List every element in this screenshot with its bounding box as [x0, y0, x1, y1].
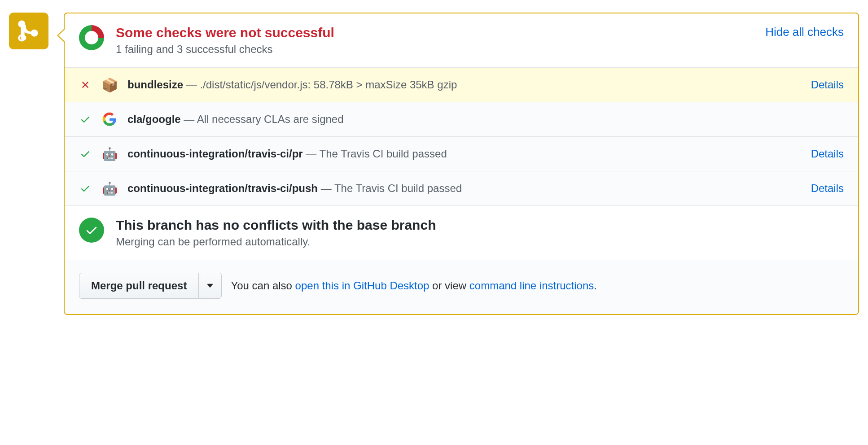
check-details-link[interactable]: Details: [811, 79, 844, 91]
check-icon: [79, 114, 92, 125]
conflicts-title: This branch has no conflicts with the ba…: [116, 218, 844, 233]
conflicts-section: This branch has no conflicts with the ba…: [65, 206, 858, 260]
check-text: continuous-integration/travis-ci/pr — Th…: [127, 148, 801, 160]
success-circle-icon: [79, 218, 104, 243]
check-icon: [79, 148, 92, 159]
package-icon: 📦: [101, 77, 118, 93]
check-name: continuous-integration/travis-ci/pr: [127, 148, 303, 160]
google-icon: [101, 111, 118, 127]
check-description: ./dist/static/js/vendor.js: 58.78kB > ma…: [200, 79, 457, 91]
check-row: 🤖continuous-integration/travis-ci/pr — T…: [65, 137, 858, 171]
merge-text-prefix: You can also: [231, 279, 295, 292]
merge-status-panel: Some checks were not successful 1 failin…: [64, 13, 859, 315]
hide-all-checks-link[interactable]: Hide all checks: [765, 25, 844, 39]
merge-options-dropdown-button[interactable]: [199, 273, 222, 299]
merge-text-suffix: .: [594, 279, 597, 292]
conflicts-subtitle: Merging can be performed automatically.: [116, 236, 844, 248]
checks-summary-subtitle: 1 failing and 3 successful checks: [116, 43, 754, 56]
check-icon: [79, 183, 92, 194]
check-row: 🤖continuous-integration/travis-ci/push —…: [65, 171, 858, 205]
merge-button-group: Merge pull request: [79, 273, 222, 299]
check-row: cla/google — All necessary CLAs are sign…: [65, 102, 858, 137]
x-icon: [79, 79, 92, 90]
open-github-desktop-link[interactable]: open this in GitHub Desktop: [295, 279, 430, 292]
timeline-merge-badge: [9, 13, 48, 49]
check-details-link[interactable]: Details: [811, 148, 844, 160]
merge-pull-request-button[interactable]: Merge pull request: [79, 273, 199, 299]
check-row: 📦bundlesize — ./dist/static/js/vendor.js…: [65, 68, 858, 102]
status-donut-icon: [79, 25, 104, 50]
travis-icon: 🤖: [101, 180, 118, 196]
check-text: continuous-integration/travis-ci/push — …: [127, 182, 801, 195]
check-details-link[interactable]: Details: [811, 182, 844, 195]
checks-summary-title: Some checks were not successful: [116, 25, 754, 40]
merge-section: Merge pull request You can also open thi…: [65, 260, 858, 314]
checks-list: 📦bundlesize — ./dist/static/js/vendor.js…: [65, 68, 858, 206]
git-merge-icon: [18, 20, 40, 42]
check-text: bundlesize — ./dist/static/js/vendor.js:…: [127, 79, 801, 91]
checks-summary-section: Some checks were not successful 1 failin…: [65, 13, 858, 68]
merge-text-mid: or view: [429, 279, 469, 292]
travis-icon: 🤖: [101, 146, 118, 162]
check-description: The Travis CI build passed: [320, 148, 447, 160]
caret-down-icon: [207, 284, 213, 288]
command-line-instructions-link[interactable]: command line instructions: [469, 279, 594, 292]
check-text: cla/google — All necessary CLAs are sign…: [127, 113, 844, 126]
check-description: The Travis CI build passed: [334, 182, 462, 194]
check-name: bundlesize: [127, 79, 183, 91]
check-icon: [85, 223, 98, 237]
check-name: continuous-integration/travis-ci/push: [127, 182, 318, 194]
merge-help-text: You can also open this in GitHub Desktop…: [231, 279, 597, 292]
check-name: cla/google: [127, 113, 181, 125]
check-description: All necessary CLAs are signed: [197, 113, 344, 125]
